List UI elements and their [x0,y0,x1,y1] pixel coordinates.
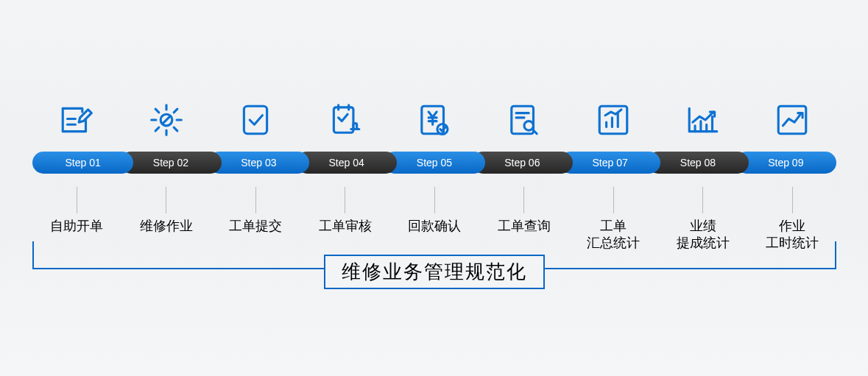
step-pill-row: Step 01 Step 02 Step 03 Step 04 Step 05 … [32,152,836,174]
divider-line [137,187,196,213]
step-pill: Step 08 [647,152,748,174]
divider-row [32,187,836,213]
bar-chart-icon [584,102,643,138]
divider-line [405,187,464,213]
document-search-icon [495,102,554,138]
step-pill: Step 09 [735,152,836,174]
step-pill: Step 05 [384,152,484,174]
icon-row [32,102,836,138]
divider-line [584,187,643,213]
step-pill: Step 02 [120,152,221,174]
divider-line [316,187,375,213]
divider-line [674,187,733,213]
step-pill: Step 03 [208,152,309,174]
payment-confirm-icon [405,102,464,138]
divider-line [495,187,554,213]
clipboard-stamp-icon [316,102,375,138]
line-chart-icon [763,102,822,138]
divider-line [47,187,106,213]
workflow-diagram: Step 01 Step 02 Step 03 Step 04 Step 05 … [32,102,836,251]
step-pill: Step 04 [296,152,397,174]
step-pill: Step 01 [32,152,133,174]
trend-chart-icon [674,102,733,138]
divider-line [763,187,822,213]
step-pill: Step 06 [472,152,573,174]
diagram-title: 维修业务管理规范化 [324,255,545,289]
svg-rect-1 [244,106,267,134]
gear-wrench-icon [137,102,196,138]
edit-form-icon [47,102,106,138]
divider-line [226,187,285,213]
step-pill: Step 07 [560,152,660,174]
document-check-icon [226,102,285,138]
